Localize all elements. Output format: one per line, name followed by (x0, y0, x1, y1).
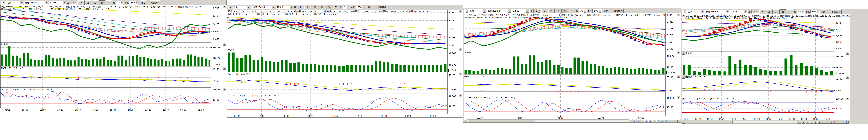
scrollbar-track[interactable] (685, 120, 798, 124)
scrollbar-track[interactable] (467, 119, 629, 123)
pane-collapse-button-left[interactable]: ▼ (682, 52, 685, 55)
pane-collapse-button[interactable]: ▼ (459, 10, 462, 13)
pane-collapse-button-left[interactable]: ▼ (682, 97, 685, 100)
day-button[interactable]: 日 (760, 9, 766, 14)
chevron-down-icon[interactable]: ▼ (701, 10, 704, 13)
nav-stop-button[interactable]: ■ (817, 120, 821, 124)
minute-spinner[interactable]: 30◢ (579, 9, 587, 13)
scroll-left-arrow[interactable]: ◀ (682, 120, 685, 124)
contract-combo[interactable]: 12/03▼ (730, 10, 748, 13)
day-button[interactable]: 日 (78, 0, 85, 5)
spinner-arrows-icon[interactable]: ◢ (302, 6, 304, 9)
chevron-down-icon[interactable]: ▼ (229, 6, 232, 9)
chevron-down-icon[interactable]: ▼ (45, 1, 48, 4)
chevron-down-icon[interactable]: ▼ (289, 6, 293, 9)
chevron-down-icon[interactable]: ▼ (726, 10, 729, 13)
multi-symbol-button[interactable]: 複数銘柄 (831, 9, 842, 14)
pane-collapse-button[interactable]: ▼ (459, 48, 462, 51)
nav-close-button[interactable]: ✕ (841, 120, 845, 124)
bar-interval-spinner[interactable]: 1◢ (297, 6, 305, 9)
contract-combo[interactable]: 12/03▼ (276, 5, 293, 9)
spinner-arrows-icon[interactable]: ◢ (135, 1, 138, 4)
apply-button[interactable]: 適用 (140, 0, 146, 5)
chevron-down-icon[interactable]: ▼ (247, 6, 250, 9)
nav-d-button[interactable]: D (825, 120, 829, 124)
pane-collapse-button[interactable]: ▼ (846, 76, 849, 79)
pane-collapse-button[interactable]: ▼ (223, 88, 226, 91)
day-button[interactable]: 日 (305, 5, 311, 10)
nav-crosshair-button[interactable]: ⊕ (668, 119, 672, 123)
spinner-arrows-icon[interactable]: ◢ (802, 10, 804, 13)
month-button[interactable]: 月 (773, 9, 779, 14)
pane-collapse-button[interactable]: ▼ (677, 96, 680, 99)
minute-button[interactable]: 分 (780, 9, 786, 14)
chevron-down-icon[interactable]: ▼ (20, 1, 23, 4)
week-button[interactable]: 週 (548, 9, 555, 13)
window-menu-combo[interactable]: ▼ (682, 10, 687, 13)
symbol-combo[interactable]: 日経225mini▼ (487, 9, 512, 13)
scrollbar-thumb[interactable] (467, 120, 535, 122)
spinner-arrows-icon[interactable]: ◢ (538, 9, 540, 12)
nav-close-button[interactable]: ✕ (672, 119, 676, 123)
chevron-down-icon[interactable]: ▼ (483, 9, 486, 12)
minute-button[interactable]: 分 (562, 9, 568, 13)
nav-first-button[interactable]: ◀| (633, 119, 637, 123)
spinner-arrows-icon[interactable]: ◢ (598, 9, 601, 12)
symbol-combo[interactable]: 日経225mini▼ (24, 1, 49, 4)
contract-combo[interactable]: 12/03▼ (512, 9, 530, 13)
nav-b-button[interactable]: B (833, 120, 837, 124)
window-menu-combo[interactable]: ▼ (1, 1, 5, 4)
tick-button[interactable]: T (106, 0, 112, 5)
instrument-combo[interactable]: 先物▼ (687, 10, 705, 13)
instrument-combo[interactable]: 先物▼ (469, 9, 487, 13)
nav-play-button[interactable]: ▶ (821, 120, 825, 124)
apply-button[interactable]: 適用 (367, 5, 373, 10)
spinner-arrows-icon[interactable]: ◢ (816, 10, 819, 13)
contract-combo[interactable]: 12/03▼ (49, 1, 66, 4)
nav-stop-button[interactable]: ■ (648, 119, 652, 123)
nav-play-button[interactable]: ▶ (652, 119, 656, 123)
week-button[interactable]: 週 (766, 9, 773, 14)
pane-collapse-button[interactable]: ▼ (846, 52, 849, 55)
pane-collapse-button[interactable]: ▼ (459, 94, 462, 97)
nav-fit-button[interactable]: ◀▶ (813, 120, 817, 124)
bar-interval-spinner[interactable]: 1◢ (70, 1, 78, 4)
apply-button[interactable]: 適用 (821, 9, 827, 14)
nav-d-button[interactable]: D (656, 119, 660, 123)
instrument-combo[interactable]: 先物▼ (233, 5, 250, 9)
chevron-down-icon[interactable]: ▼ (508, 9, 511, 12)
multi-symbol-button[interactable]: 複数銘柄 (150, 0, 160, 5)
bars-spinner[interactable]: 500◢ (810, 10, 819, 13)
chart-hscrollbar[interactable]: ◀▶ (464, 119, 632, 123)
tick-button[interactable]: T (569, 9, 575, 13)
window-menu-combo[interactable]: ▼ (228, 5, 232, 9)
nav-first-button[interactable]: ◀| (802, 120, 805, 124)
pane-collapse-button[interactable]: ▼ (459, 73, 462, 75)
apply-button[interactable]: 適用 (603, 9, 609, 13)
bars-spinner[interactable]: 500◢ (356, 6, 365, 9)
nav-fit-button[interactable]: ◀▶ (645, 119, 648, 123)
pane-collapse-button[interactable]: ▼ (846, 14, 849, 17)
chart-hscrollbar[interactable]: ◀▶ (682, 120, 801, 124)
bars-spinner[interactable]: 500◢ (592, 9, 601, 13)
month-button[interactable]: 月 (555, 9, 561, 13)
nav-l-button[interactable]: L (829, 120, 833, 124)
minute-spinner[interactable]: 5◢ (116, 1, 123, 4)
multi-symbol-button[interactable]: 複数銘柄 (613, 9, 624, 13)
nav-b-button[interactable]: B (664, 119, 668, 123)
month-button[interactable]: 月 (92, 0, 98, 5)
nav-last-button[interactable]: |▶ (676, 119, 680, 123)
spinner-arrows-icon[interactable]: ◢ (756, 10, 758, 13)
nav-zoom-out-button[interactable]: − (809, 120, 813, 124)
tick-button[interactable]: T (333, 5, 339, 10)
spinner-arrows-icon[interactable]: ◢ (362, 6, 365, 9)
pane-collapse-button[interactable]: ▼ (223, 43, 226, 46)
chevron-down-icon[interactable]: ▼ (466, 9, 468, 12)
spinner-arrows-icon[interactable]: ◢ (120, 1, 123, 4)
scroll-left-arrow[interactable]: ◀ (464, 119, 467, 123)
minute-spinner[interactable]: 60◢ (797, 10, 805, 13)
multi-symbol-button[interactable]: 複数銘柄 (377, 5, 387, 10)
nav-crosshair-button[interactable]: ⊕ (837, 120, 841, 124)
week-button[interactable]: 週 (85, 0, 91, 5)
nav-l-button[interactable]: L (660, 119, 664, 123)
